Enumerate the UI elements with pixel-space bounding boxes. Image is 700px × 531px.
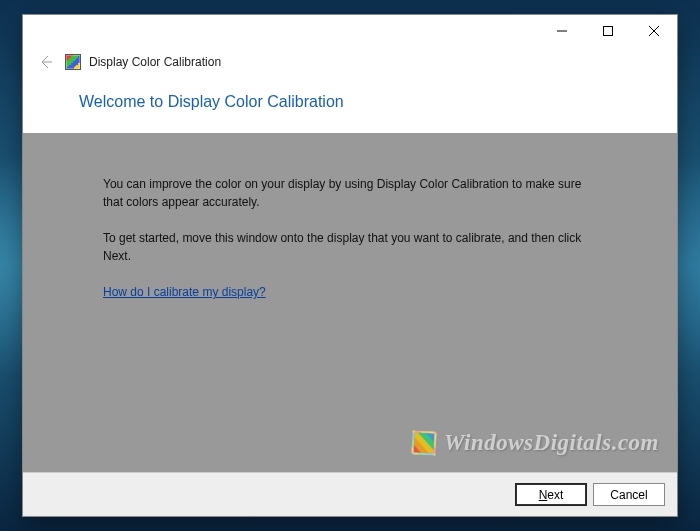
cancel-button[interactable]: Cancel — [593, 483, 665, 506]
back-button[interactable] — [35, 54, 57, 70]
minimize-icon — [557, 26, 567, 36]
close-button[interactable] — [631, 15, 677, 47]
watermark-icon — [411, 430, 436, 455]
intro-paragraph-2: To get started, move this window onto th… — [103, 229, 597, 265]
content-area: You can improve the color on your displa… — [23, 133, 677, 472]
maximize-icon — [603, 26, 613, 36]
window-title: Display Color Calibration — [89, 55, 221, 69]
help-link[interactable]: How do I calibrate my display? — [103, 285, 266, 299]
footer: Next Cancel — [23, 472, 677, 516]
page-heading: Welcome to Display Color Calibration — [79, 93, 637, 111]
minimize-button[interactable] — [539, 15, 585, 47]
next-button[interactable]: Next — [515, 483, 587, 506]
watermark-text: WindowsDigitals.com — [444, 426, 659, 461]
header: Display Color Calibration — [23, 47, 677, 83]
titlebar — [23, 15, 677, 47]
back-arrow-icon — [38, 54, 54, 70]
calibration-window: Display Color Calibration Welcome to Dis… — [22, 14, 678, 517]
window-controls — [539, 15, 677, 47]
calibration-icon — [65, 54, 81, 70]
next-label-rest: ext — [547, 488, 563, 502]
svg-rect-1 — [604, 27, 613, 36]
intro-paragraph-1: You can improve the color on your displa… — [103, 175, 597, 211]
watermark: WindowsDigitals.com — [412, 426, 659, 461]
close-icon — [649, 26, 659, 36]
maximize-button[interactable] — [585, 15, 631, 47]
heading-area: Welcome to Display Color Calibration — [23, 83, 677, 133]
